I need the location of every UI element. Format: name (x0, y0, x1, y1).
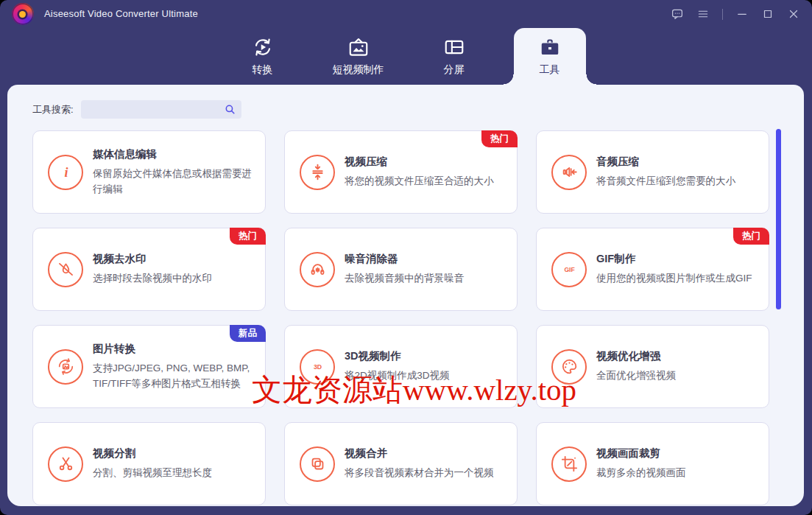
card-desc: 将多段音视频素材合并为一个视频 (345, 466, 505, 480)
content-panel: 工具搜索: i媒体信息编辑保留原始文件媒体信息或根据需要进行编辑热门视频压缩将您… (7, 85, 804, 506)
image-convert-icon (48, 349, 83, 385)
card-title: 媒体信息编辑 (93, 147, 253, 161)
window-controls (671, 7, 800, 21)
app-window: Aiseesoft Video Converter Ultimate 转换短视频… (0, 0, 812, 515)
close-icon[interactable] (787, 7, 800, 21)
card-desc: 全面优化增强视频 (596, 368, 757, 383)
tab-label: 短视频制作 (333, 63, 384, 77)
tab-short-video[interactable]: 短视频制作 (322, 28, 395, 85)
card-text: 视频合并将多段音视频素材合并为一个视频 (345, 446, 505, 480)
tool-card-image-convert[interactable]: 新品图片转换支持JPG/JPEG, PNG, WEBP, BMP, TIF/TI… (32, 325, 266, 408)
card-desc: 选择时段去除视频中的水印 (93, 271, 253, 286)
info-icon: i (48, 155, 83, 190)
card-title: 3D视频制作 (345, 349, 505, 363)
search-row: 工具搜索: (32, 100, 241, 119)
card-text: 视频压缩将您的视频文件压缩至合适的大小 (345, 155, 505, 189)
tool-card-media-info-edit[interactable]: i媒体信息编辑保留原始文件媒体信息或根据需要进行编辑 (32, 130, 266, 214)
tool-card-video-compress[interactable]: 热门视频压缩将您的视频文件压缩至合适的大小 (284, 130, 518, 214)
card-title: 视频分割 (93, 446, 253, 460)
card-text: 音频压缩将音频文件压缩到您需要的大小 (596, 155, 757, 189)
tab-label: 分屏 (444, 63, 465, 77)
card-badge: 热门 (733, 228, 769, 245)
card-title: 视频合并 (345, 446, 505, 460)
card-title: 视频压缩 (345, 155, 505, 169)
merge-icon (300, 446, 335, 482)
tool-card-noise-remover[interactable]: 噪音消除器去除视频音频中的背景噪音 (284, 228, 518, 311)
card-text: 噪音消除器去除视频音频中的背景噪音 (345, 252, 505, 286)
card-title: 视频画面裁剪 (596, 446, 757, 460)
feedback-icon[interactable] (671, 7, 684, 21)
tools-icon (539, 36, 561, 58)
card-badge: 热门 (481, 130, 518, 147)
menu-icon[interactable] (696, 7, 710, 21)
split-icon (48, 446, 83, 482)
search-label: 工具搜索: (32, 103, 74, 116)
split-screen-icon (443, 36, 465, 58)
title-bar: Aiseesoft Video Converter Ultimate (0, 0, 812, 28)
tool-card-video-split[interactable]: 视频分割分割、剪辑视频至理想长度 (32, 422, 266, 505)
card-title: 音频压缩 (596, 155, 757, 169)
convert-icon (252, 36, 274, 58)
three-d-icon: 3D (300, 349, 335, 385)
card-text: 图片转换支持JPG/JPEG, PNG, WEBP, BMP, TIF/TIFF… (93, 342, 253, 391)
card-desc: 将2D视频制作成3D视频 (345, 368, 505, 383)
titlebar-separator (722, 9, 723, 20)
card-text: 视频优化增强全面优化增强视频 (596, 349, 757, 383)
card-text: 媒体信息编辑保留原始文件媒体信息或根据需要进行编辑 (93, 147, 253, 197)
tab-split-screen[interactable]: 分屏 (418, 28, 490, 85)
svg-text:3D: 3D (313, 363, 321, 371)
card-desc: 将您的视频文件压缩至合适的大小 (345, 174, 505, 189)
card-desc: 将音频文件压缩到您需要的大小 (596, 174, 757, 189)
app-title: Aiseesoft Video Converter Ultimate (44, 8, 198, 19)
card-badge: 热门 (230, 228, 266, 245)
card-text: 3D视频制作将2D视频制作成3D视频 (345, 349, 505, 383)
tab-label: 转换 (253, 63, 273, 77)
crop-icon (551, 446, 587, 482)
card-title: 图片转换 (93, 342, 253, 356)
card-desc: 分割、剪辑视频至理想长度 (93, 466, 253, 480)
card-title: GIF制作 (596, 252, 757, 266)
tool-card-watermark-remove[interactable]: 热门视频去水印选择时段去除视频中的水印 (32, 228, 266, 311)
card-desc: 使用您的视频或图片制作或生成GIF (596, 271, 757, 286)
tool-card-video-merge[interactable]: 视频合并将多段音视频素材合并为一个视频 (284, 422, 518, 505)
compress-icon (300, 155, 335, 190)
search-icon[interactable] (224, 103, 236, 116)
card-title: 视频去水印 (93, 252, 253, 266)
card-desc: 保留原始文件媒体信息或根据需要进行编辑 (93, 167, 253, 197)
card-text: 视频分割分割、剪辑视频至理想长度 (93, 446, 253, 480)
watermark-remove-icon (48, 252, 83, 287)
minimize-icon[interactable] (735, 7, 749, 21)
card-text: 视频去水印选择时段去除视频中的水印 (93, 252, 253, 286)
tab-bar: 转换短视频制作分屏工具 (0, 28, 812, 85)
audio-compress-icon (551, 155, 587, 190)
card-badge: 新品 (230, 325, 266, 342)
scrollbar-thumb[interactable] (776, 129, 781, 309)
search-box (81, 100, 241, 119)
card-desc: 去除视频音频中的背景噪音 (345, 271, 505, 286)
tool-card-audio-compress[interactable]: 音频压缩将音频文件压缩到您需要的大小 (536, 130, 769, 214)
svg-text:i: i (64, 165, 68, 180)
tool-card-video-crop[interactable]: 视频画面裁剪裁剪多余的视频画面 (536, 422, 769, 505)
tab-label: 工具 (540, 63, 560, 77)
app-logo-icon (12, 3, 34, 25)
card-desc: 裁剪多余的视频画面 (596, 466, 757, 480)
search-input[interactable] (81, 100, 241, 119)
gif-icon: GIF (551, 252, 587, 287)
card-title: 噪音消除器 (345, 252, 505, 266)
noise-remover-icon (300, 252, 335, 287)
tab-convert[interactable]: 转换 (227, 28, 299, 85)
card-text: GIF制作使用您的视频或图片制作或生成GIF (596, 252, 757, 286)
card-desc: 支持JPG/JPEG, PNG, WEBP, BMP, TIF/TIFF等多种图… (93, 361, 253, 391)
short-video-icon (347, 36, 370, 58)
tools-grid: i媒体信息编辑保留原始文件媒体信息或根据需要进行编辑热门视频压缩将您的视频文件压… (32, 130, 769, 505)
svg-text:GIF: GIF (564, 266, 574, 273)
enhance-icon (551, 349, 587, 385)
tool-card-gif-maker[interactable]: 热门GIFGIF制作使用您的视频或图片制作或生成GIF (536, 228, 769, 311)
card-text: 视频画面裁剪裁剪多余的视频画面 (596, 446, 757, 480)
tool-card-video-enhance[interactable]: 视频优化增强全面优化增强视频 (536, 325, 769, 408)
tool-card-3d-video-maker[interactable]: 3D3D视频制作将2D视频制作成3D视频 (284, 325, 518, 408)
maximize-icon[interactable] (761, 7, 774, 21)
card-title: 视频优化增强 (596, 349, 757, 363)
tab-tools[interactable]: 工具 (514, 28, 586, 85)
